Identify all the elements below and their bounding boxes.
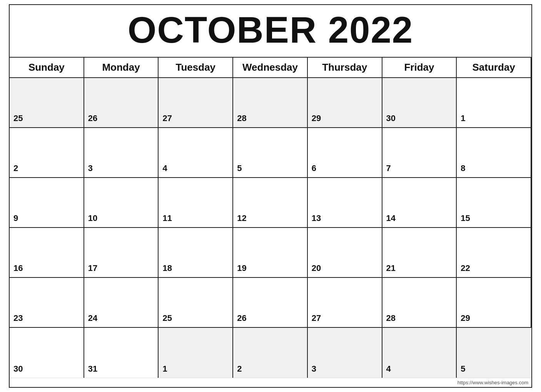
day-cell: 31 (84, 328, 159, 378)
day-cell: 15 (457, 178, 531, 228)
day-cell: 18 (159, 228, 233, 278)
day-cell: 26 (233, 278, 308, 328)
day-cell: 3 (308, 328, 382, 378)
watermark: https://www.wishes-images.com (10, 378, 531, 387)
header-wednesday: Wednesday (233, 58, 308, 78)
day-cell: 2 (233, 328, 308, 378)
day-cell: 28 (233, 78, 308, 128)
header-thursday: Thursday (308, 58, 382, 78)
day-cell: 4 (382, 328, 457, 378)
day-cell: 1 (457, 78, 531, 128)
day-cell: 5 (233, 128, 308, 178)
day-cell: 25 (10, 78, 84, 128)
day-cell: 26 (84, 78, 159, 128)
day-cell: 30 (382, 78, 457, 128)
day-cell: 28 (382, 278, 457, 328)
day-cell: 7 (382, 128, 457, 178)
header-saturday: Saturday (457, 58, 531, 78)
day-cell: 2 (10, 128, 84, 178)
day-cell: 12 (233, 178, 308, 228)
day-cell: 11 (159, 178, 233, 228)
calendar-grid: Sunday Monday Tuesday Wednesday Thursday… (10, 58, 531, 378)
day-cell: 23 (10, 278, 84, 328)
day-cell: 21 (382, 228, 457, 278)
day-cell: 10 (84, 178, 159, 228)
day-cell: 4 (159, 128, 233, 178)
day-cell: 17 (84, 228, 159, 278)
day-cell: 27 (159, 78, 233, 128)
day-cell: 29 (457, 278, 531, 328)
header-monday: Monday (84, 58, 159, 78)
day-cell: 20 (308, 228, 382, 278)
day-cell: 16 (10, 228, 84, 278)
day-cell: 30 (10, 328, 84, 378)
day-cell: 5 (457, 328, 531, 378)
day-cell: 27 (308, 278, 382, 328)
day-cell: 29 (308, 78, 382, 128)
header-tuesday: Tuesday (159, 58, 233, 78)
day-cell: 14 (382, 178, 457, 228)
calendar-container: OCTOBER 2022 Sunday Monday Tuesday Wedne… (9, 4, 532, 388)
day-cell: 22 (457, 228, 531, 278)
day-cell: 1 (159, 328, 233, 378)
day-cell: 13 (308, 178, 382, 228)
day-cell: 19 (233, 228, 308, 278)
calendar-title: OCTOBER 2022 (10, 5, 531, 58)
day-cell: 3 (84, 128, 159, 178)
day-cell: 25 (159, 278, 233, 328)
day-cell: 6 (308, 128, 382, 178)
header-sunday: Sunday (10, 58, 84, 78)
day-cell: 24 (84, 278, 159, 328)
day-cell: 8 (457, 128, 531, 178)
day-cell: 9 (10, 178, 84, 228)
header-friday: Friday (382, 58, 457, 78)
